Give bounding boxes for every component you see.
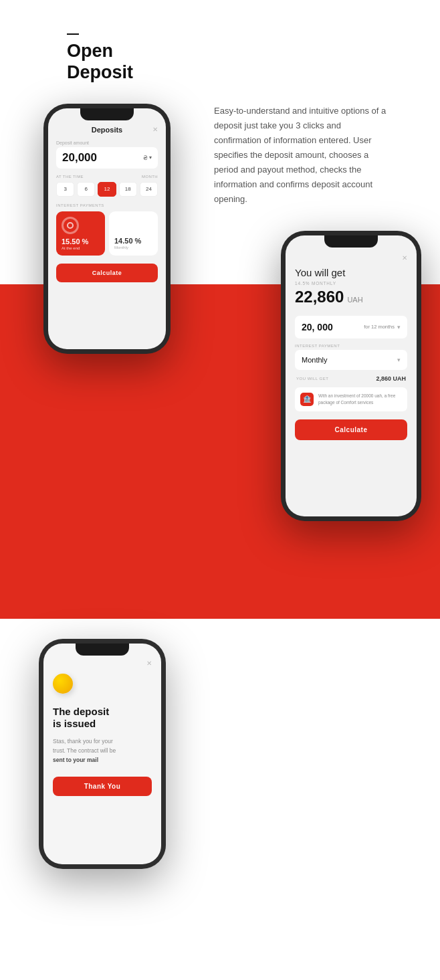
calculate-button-2[interactable]: Calculate [295,419,407,440]
screen2-close[interactable]: ✕ [402,254,407,262]
page-title: Open Deposit [67,40,440,84]
pill-24[interactable]: 24 [140,182,158,197]
pill-12[interactable]: 12 [98,182,116,197]
screen3-heading: The deposit is issued [53,706,152,730]
info-text: With an investment of 20000 uah, a free … [318,393,402,406]
interest-card-monthly[interactable]: 14.50 % Monthly [109,211,158,256]
pill-3[interactable]: 3 [56,182,74,197]
interest-label: INTEREST PAYMENTS [56,203,158,207]
interest-payment-dropdown[interactable]: Monthly ▾ [295,350,407,370]
interest-pct-end: 15.50 % [62,237,100,246]
interest-method-value: Monthly [302,356,328,364]
currency-dropdown[interactable]: ₴ ▾ [143,155,152,161]
deposit-amount-field[interactable]: 20, 000 for 12 months ▾ [295,316,407,338]
coin-icon [53,674,73,694]
rate-label: 14.5% MONTHLY [295,281,407,286]
amount-field[interactable]: 20,000 ₴ ▾ [56,147,158,169]
phone-1-wrap: Deposits ✕ Deposit amount 20,000 ₴ ▾ [43,104,171,354]
interest-sub-monthly: Monthly [114,246,152,250]
interest-pct-monthly: 14.50 % [114,237,152,245]
interest-card-end[interactable]: 15.50 % At the end [56,211,105,256]
amount-value: 20,000 [62,151,97,165]
thank-you-button[interactable]: Thank You [53,777,152,796]
you-get-row-label: YOU WILL GET [296,377,328,381]
screen1-title: Deposits [92,126,122,134]
pill-6[interactable]: 6 [77,182,95,197]
description-text: Easy-to-understand and intuitive options… [214,104,408,207]
screen3-body: Stas, thank you for your trust. The cont… [53,737,152,765]
info-icon: 🏦 [300,393,314,406]
deposit-label: Deposit amount [56,140,158,145]
interest-sub-end: At the end [62,246,100,250]
period-month-label: MONTH [142,175,158,179]
header-section: Open Deposit [0,0,440,84]
header-dash [67,33,79,35]
you-get-row-value: 2,860 UAH [376,375,406,382]
period-label-text: for 12 months [364,324,395,330]
screen3-mail-bold: sent to your mail [53,757,98,763]
big-amount: 22,860 UAH [295,288,407,306]
phone-2-wrap: ✕ You will get 14.5% MONTHLY 22,860 UAH … [281,231,421,521]
period-pills: 3 6 12 18 24 [56,182,158,197]
calculate-button-1[interactable]: Calculate [56,264,158,282]
bottom-section: ✕ The deposit is issued Stas, thank you … [0,619,440,940]
screen3-close[interactable]: ✕ [146,660,152,667]
period-at-time-label: AT THE TIME [56,175,84,179]
info-row: 🏦 With an investment of 20000 uah, a fre… [295,387,407,411]
interest-payment-label: INTEREST PAYMENT [295,344,407,348]
phone-3-wrap: ✕ The deposit is issued Stas, thank you … [39,639,166,869]
you-will-get-label: You will get [295,267,407,278]
pill-18[interactable]: 18 [119,182,137,197]
screen1-close[interactable]: ✕ [152,126,158,133]
